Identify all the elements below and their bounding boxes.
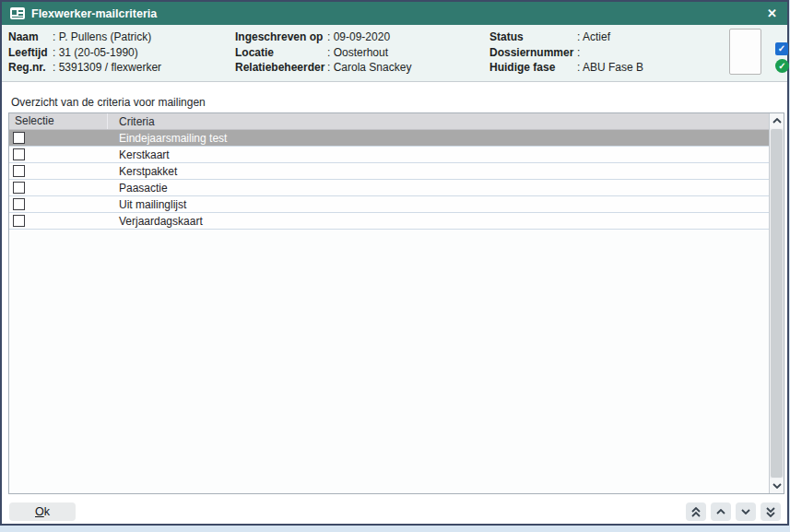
table-row[interactable]: Eindejaarsmailing test (9, 130, 769, 147)
field-value: : P. Pullens (Patrick) (53, 30, 151, 45)
field-label: Dossiernummer (489, 45, 577, 61)
row-checkbox[interactable] (13, 215, 25, 227)
scroll-up-button[interactable] (770, 113, 784, 128)
chevron-down-icon (741, 509, 750, 514)
info-field-naam: Naam : P. Pullens (Patrick) (8, 30, 161, 45)
window-title: Flexwerker-mailcriteria (31, 7, 157, 20)
person-info-panel: Naam : P. Pullens (Patrick) Leeftijd : 3… (2, 25, 787, 82)
criteria-label: Verjaardagskaart (108, 215, 769, 228)
photo-placeholder (729, 29, 761, 75)
field-label: Naam (8, 30, 53, 45)
info-field-status: Status : Actief (489, 30, 643, 45)
info-field-leeftijd: Leeftijd : 31 (20-05-1990) (8, 45, 161, 61)
previous-record-button[interactable] (711, 502, 731, 521)
field-value: : 31 (20-05-1990) (53, 45, 138, 61)
close-icon[interactable]: ✕ (765, 2, 779, 25)
field-value: : 5391309 / flexwerker (53, 60, 161, 76)
info-field-regnr: Reg.nr. : 5391309 / flexwerker (8, 60, 161, 76)
info-field-huidige-fase: Huidige fase : ABU Fase B (489, 60, 643, 76)
table-row[interactable]: Uit mailinglijst (9, 196, 769, 213)
column-header-selectie: Selectie (9, 113, 108, 129)
info-column-1: Naam : P. Pullens (Patrick) Leeftijd : 3… (8, 30, 161, 76)
info-column-2: Ingeschreven op : 09-09-2020 Locatie : O… (235, 30, 411, 76)
field-label: Leeftijd (8, 45, 53, 61)
field-value: : Carola Snackey (327, 60, 411, 76)
table-header-row: Selectie Criteria (9, 113, 769, 130)
field-label: Locatie (235, 45, 327, 61)
field-label: Relatiebeheerder (235, 60, 327, 76)
dialog-window: Flexwerker-mailcriteria ✕ Naam : P. Pull… (0, 0, 789, 526)
field-label: Reg.nr. (8, 60, 53, 76)
row-checkbox[interactable] (13, 198, 25, 210)
chevron-up-icon (772, 118, 782, 124)
vertical-scrollbar[interactable] (769, 113, 784, 493)
criteria-table-body: Selectie Criteria Eindejaarsmailing test… (9, 113, 769, 493)
field-value: : Actief (577, 30, 610, 45)
info-field-relatiebeheerder: Relatiebeheerder : Carola Snackey (235, 60, 411, 76)
scroll-down-button[interactable] (770, 479, 784, 493)
field-label: Status (489, 30, 577, 45)
criteria-label: Eindejaarsmailing test (108, 132, 769, 145)
double-chevron-down-icon (766, 507, 775, 517)
criteria-table: Selectie Criteria Eindejaarsmailing test… (8, 112, 784, 494)
table-row[interactable]: Verjaardagskaart (9, 213, 769, 230)
table-row[interactable]: Kerstkaart (9, 147, 769, 163)
field-value: : Oosterhout (327, 45, 388, 61)
field-label: Huidige fase (489, 60, 577, 76)
row-checkbox[interactable] (13, 148, 25, 160)
selectie-cell (9, 132, 108, 144)
selectie-cell (9, 165, 108, 177)
selectie-cell (9, 198, 108, 210)
selectie-cell (9, 215, 108, 227)
approved-check-icon: ✓ (775, 59, 789, 73)
selectie-cell (9, 182, 108, 194)
table-row[interactable]: Paasactie (9, 180, 769, 196)
field-value: : 09-09-2020 (327, 30, 390, 45)
table-row[interactable]: Kerstpakket (9, 163, 769, 180)
row-checkbox[interactable] (13, 132, 25, 144)
first-record-button[interactable] (686, 502, 706, 521)
double-chevron-up-icon (691, 507, 701, 517)
scrollbar-thumb[interactable] (771, 129, 783, 478)
criteria-label: Kerstkaart (108, 148, 769, 161)
field-value: : (577, 45, 580, 61)
overview-label: Overzicht van de criteria voor mailingen (11, 96, 206, 109)
field-value: : ABU Fase B (577, 60, 643, 76)
info-column-3: Status : Actief Dossiernummer : Huidige … (489, 30, 643, 76)
info-field-dossiernummer: Dossiernummer : (489, 45, 643, 61)
record-navigation (686, 502, 781, 521)
criteria-label: Uit mailinglijst (108, 198, 769, 211)
next-record-button[interactable] (736, 502, 756, 521)
info-field-locatie: Locatie : Oosterhout (235, 45, 411, 61)
chevron-up-icon (716, 509, 725, 514)
criteria-label: Kerstpakket (108, 165, 769, 178)
column-header-criteria: Criteria (108, 115, 769, 128)
checked-checkbox-icon[interactable]: ✓ (775, 42, 788, 55)
criteria-label: Paasactie (108, 182, 769, 195)
row-checkbox[interactable] (13, 182, 25, 194)
info-field-ingeschreven: Ingeschreven op : 09-09-2020 (235, 30, 411, 45)
ok-button-label: Ok (35, 505, 50, 518)
field-label: Ingeschreven op (235, 30, 327, 45)
chevron-down-icon (772, 483, 782, 489)
row-checkbox[interactable] (13, 165, 25, 177)
last-record-button[interactable] (761, 502, 781, 521)
contact-card-icon (10, 7, 25, 19)
selectie-cell (9, 148, 108, 160)
titlebar: Flexwerker-mailcriteria ✕ (2, 2, 787, 25)
ok-button[interactable]: Ok (9, 502, 76, 521)
